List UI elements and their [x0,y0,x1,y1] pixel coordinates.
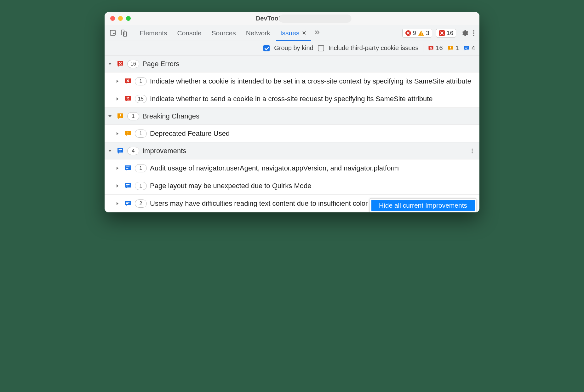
issue-error-icon [439,30,445,36]
caret-right-icon [114,95,121,102]
issues-list: 16 Page Errors 1 Indicate whether a cook… [105,55,479,212]
bubble-info-icon [117,147,124,155]
error-count[interactable]: 16 [428,44,443,52]
caret-down-icon [106,61,113,67]
issue-text: Users may have difficulties reading text… [150,199,394,208]
issue-row[interactable]: 1 Deprecated Feature Used [105,125,479,142]
context-menu: Hide all current Improvements [370,198,476,212]
group-by-kind-label: Group by kind [274,44,313,52]
bubble-warning-icon [447,45,454,51]
bubble-error-icon [428,45,434,51]
issue-row[interactable]: 1 Audit usage of navigator.userAgent, na… [105,159,479,177]
group-by-kind-checkbox[interactable] [263,45,270,51]
issue-text: Indicate whether a cookie is intended to… [150,77,471,86]
warning-icon [418,30,424,36]
count-badge: 1 [135,164,147,172]
include-third-party-checkbox[interactable] [318,45,324,51]
close-tab-icon[interactable]: ✕ [302,30,306,37]
count-badge: 2 [135,199,147,208]
issue-text: Audit usage of navigator.userAgent, navi… [150,164,399,173]
main-menu-button[interactable] [471,28,477,38]
issue-row[interactable]: 1 Indicate whether a cookie is intended … [105,72,479,90]
count-badge: 16 [127,60,139,68]
issues-toolbar: Group by kind Include third-party cookie… [105,41,479,55]
window-controls [105,16,131,21]
count-badge: 1 [135,130,147,138]
count-badge: 1 [135,182,147,190]
tab-issues[interactable]: Issues ✕ [276,25,311,41]
caret-down-icon [106,147,113,154]
info-count[interactable]: 4 [463,44,475,52]
close-window-button[interactable] [110,16,115,21]
group-menu-button[interactable] [468,146,476,156]
group-header-improvements[interactable]: 4 Improvements [105,142,479,159]
count-badge: 15 [135,95,147,103]
zoom-window-button[interactable] [126,16,131,21]
kebab-icon [469,148,475,154]
tab-network[interactable]: Network [242,25,275,41]
caret-right-icon [114,130,121,137]
bubble-info-icon [124,182,132,190]
settings-button[interactable] [460,28,469,38]
tab-console[interactable]: Console [173,25,206,41]
kebab-icon [470,29,478,37]
divider [132,29,132,37]
minimize-window-button[interactable] [118,16,123,21]
issue-row[interactable]: 1 Page layout may be unexpected due to Q… [105,177,479,195]
issue-text: Indicate whether to send a cookie in a c… [150,95,433,103]
group-label: Breaking Changes [142,112,199,120]
console-status-chip[interactable]: 9 3 [402,29,432,37]
caret-right-icon [114,182,121,189]
include-third-party-label: Include third-party cookie issues [329,44,419,52]
warning-count[interactable]: 1 [447,44,459,52]
gear-icon [461,29,468,37]
group-label: Improvements [142,147,186,155]
issue-row[interactable]: 15 Indicate whether to send a cookie in … [105,90,479,108]
tab-sources[interactable]: Sources [207,25,240,41]
count-badge: 4 [127,147,139,155]
issue-text: Page layout may be unexpected due to Qui… [150,182,311,190]
issue-text: Deprecated Feature Used [150,129,230,138]
bubble-info-icon [124,164,132,172]
tabbar: Elements Console Sources Network Issues … [105,25,479,41]
device-toolbar-button[interactable] [119,28,129,38]
bubble-error-icon [117,60,124,68]
count-badge: 1 [135,77,147,85]
titlebar-url-area [279,14,352,23]
count-badge: 1 [127,112,139,120]
caret-right-icon [114,165,121,172]
error-icon [405,30,411,36]
group-header-breaking-changes[interactable]: 1 Breaking Changes [105,108,479,125]
inspect-element-button[interactable] [108,28,118,38]
divider [423,44,423,52]
devtools-window: DevTools Elements Console Sources Networ… [105,12,479,212]
caret-down-icon [106,113,113,120]
group-label: Page Errors [142,60,179,68]
bubble-info-icon [124,200,132,207]
issues-status-chip[interactable]: 16 [436,29,456,37]
group-header-page-errors[interactable]: 16 Page Errors [105,55,479,72]
caret-right-icon [114,200,121,207]
inspect-icon [109,29,117,37]
device-icon [120,29,128,37]
bubble-error-icon [124,95,132,103]
more-tabs-button[interactable] [312,29,322,37]
bubble-warning-icon [117,112,124,120]
tab-elements[interactable]: Elements [135,25,172,41]
bubble-info-icon [463,45,470,51]
chevrons-icon [314,29,320,36]
context-menu-item-hide-improvements[interactable]: Hide all current Improvements [371,200,475,211]
bubble-warning-icon [124,130,132,137]
bubble-error-icon [124,78,132,85]
titlebar: DevTools [105,12,479,25]
caret-right-icon [114,78,121,85]
